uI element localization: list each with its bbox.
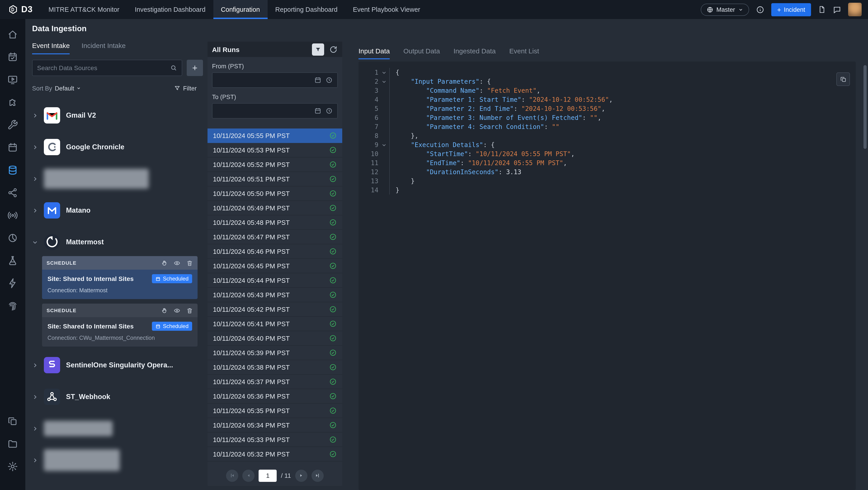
nav-mitre-attack-monitor[interactable]: MITRE ATT&CK Monitor <box>41 0 127 19</box>
add-data-source-button[interactable]: + <box>187 60 203 76</box>
run-row[interactable]: 10/11/2024 05:36 PM PST <box>208 389 342 404</box>
from-date-input[interactable] <box>212 73 338 88</box>
tab-output-data[interactable]: Output Data <box>403 47 440 59</box>
run-row[interactable]: 10/11/2024 05:48 PM PST <box>208 215 342 230</box>
source-row-blurred[interactable] <box>32 166 203 192</box>
run-row[interactable]: 10/11/2024 05:51 PM PST <box>208 172 342 186</box>
first-page-button[interactable] <box>226 469 239 482</box>
run-row[interactable]: 10/11/2024 05:35 PM PST <box>208 404 342 418</box>
data-ingestion-database-icon[interactable] <box>7 165 18 176</box>
run-row[interactable]: 10/11/2024 05:55 PM PST <box>208 128 342 143</box>
environment-selector[interactable]: Master <box>701 3 749 16</box>
d3-logo[interactable]: D3 <box>0 0 41 19</box>
run-row[interactable]: 10/11/2024 05:42 PM PST <box>208 302 342 317</box>
schedule-card-selected[interactable]: SCHEDULE Site: Shared to I <box>42 256 197 299</box>
tab-event-intake[interactable]: Event Intake <box>32 41 70 54</box>
search-data-sources-input[interactable] <box>37 64 170 71</box>
run-row[interactable]: 10/11/2024 05:39 PM PST <box>208 346 342 360</box>
run-row[interactable]: 10/11/2024 05:41 PM PST <box>208 317 342 331</box>
tab-input-data[interactable]: Input Data <box>359 47 390 59</box>
previous-page-button[interactable] <box>243 469 255 482</box>
calendar-icon[interactable] <box>314 107 321 114</box>
run-row[interactable]: 10/11/2024 05:32 PM PST <box>208 447 342 461</box>
chevron-right-icon[interactable] <box>32 207 38 213</box>
chevron-right-icon[interactable] <box>32 362 38 368</box>
copy-button[interactable] <box>836 73 850 86</box>
run-row[interactable]: 10/11/2024 05:44 PM PST <box>208 273 342 288</box>
utilities-wrench-icon[interactable] <box>7 119 18 130</box>
collapse-arrow-icon[interactable] <box>378 142 389 147</box>
chat-icon[interactable] <box>833 5 841 14</box>
calendar-icon[interactable] <box>314 77 321 84</box>
sort-by-dropdown[interactable]: Default <box>55 85 81 92</box>
runs-filter-button[interactable] <box>312 43 324 55</box>
source-row-matano[interactable]: Matano <box>32 197 203 224</box>
source-row-mattermost[interactable]: Mattermost <box>32 229 203 255</box>
vertical-scrollbar-track[interactable] <box>864 63 867 484</box>
schedule-calendar-icon[interactable] <box>7 142 18 153</box>
source-row-sentinelone[interactable]: SentinelOne Singularity Opera... <box>32 352 203 378</box>
last-page-button[interactable] <box>311 469 323 482</box>
file-manager-folder-icon[interactable] <box>7 438 18 449</box>
delete-trash-icon[interactable] <box>186 307 193 314</box>
chevron-right-icon[interactable] <box>32 112 38 118</box>
sources-filter-button[interactable]: Filter <box>174 85 197 92</box>
window-copy-icon[interactable] <box>7 416 18 427</box>
source-row-blurred[interactable] <box>32 415 203 441</box>
run-row[interactable]: 10/11/2024 05:37 PM PST <box>208 375 342 389</box>
run-row[interactable]: 10/11/2024 05:46 PM PST <box>208 244 342 259</box>
delete-trash-icon[interactable] <box>186 259 193 266</box>
chevron-right-icon[interactable] <box>32 426 38 431</box>
report-pie-icon[interactable] <box>7 233 18 243</box>
chevron-right-icon[interactable] <box>32 144 38 150</box>
source-row-st-webhook[interactable]: ST_Webhook <box>32 384 203 410</box>
source-row-blurred[interactable] <box>32 447 203 473</box>
run-row[interactable]: 10/11/2024 05:43 PM PST <box>208 288 342 302</box>
nav-reporting-dashboard[interactable]: Reporting Dashboard <box>268 0 345 19</box>
tab-incident-intake[interactable]: Incident Intake <box>82 41 126 54</box>
flask-icon[interactable] <box>7 255 18 266</box>
playbook-monitor-icon[interactable] <box>7 74 18 85</box>
page-number-input[interactable] <box>259 469 277 482</box>
run-row[interactable]: 10/11/2024 05:50 PM PST <box>208 186 342 201</box>
chevron-right-icon[interactable] <box>32 176 38 182</box>
tab-event-list[interactable]: Event List <box>509 47 539 59</box>
document-icon[interactable] <box>818 5 826 13</box>
fingerprint-icon[interactable] <box>7 300 18 311</box>
run-row[interactable]: 10/11/2024 05:52 PM PST <box>208 157 342 172</box>
run-row[interactable]: 10/11/2024 05:33 PM PST <box>208 433 342 447</box>
event-calendar-icon[interactable] <box>7 52 18 62</box>
tab-ingested-data[interactable]: Ingested Data <box>454 47 496 59</box>
run-row[interactable]: 10/11/2024 05:34 PM PST <box>208 418 342 433</box>
run-row[interactable]: 10/11/2024 05:47 PM PST <box>208 230 342 244</box>
next-page-button[interactable] <box>295 469 307 482</box>
view-eye-icon[interactable] <box>174 307 180 314</box>
link-analysis-network-icon[interactable] <box>7 187 18 198</box>
add-incident-button[interactable]: + Incident <box>771 3 811 16</box>
nav-configuration[interactable]: Configuration <box>213 0 268 19</box>
home-icon[interactable] <box>7 29 18 40</box>
refresh-button[interactable] <box>329 45 338 54</box>
collapse-arrow-icon[interactable] <box>378 79 389 84</box>
to-date-input[interactable] <box>212 103 338 119</box>
source-row-gmail[interactable]: Gmail V2 <box>32 102 203 128</box>
source-row-google-chronicle[interactable]: Google Chronicle <box>32 134 203 160</box>
info-icon[interactable] <box>756 5 765 14</box>
view-eye-icon[interactable] <box>174 259 180 266</box>
broadcast-signal-icon[interactable] <box>7 210 18 221</box>
chevron-right-icon[interactable] <box>32 457 38 463</box>
clock-icon[interactable] <box>326 107 333 114</box>
run-row[interactable]: 10/11/2024 05:49 PM PST <box>208 201 342 215</box>
run-row[interactable]: 10/11/2024 05:53 PM PST <box>208 143 342 157</box>
nav-investigation-dashboard[interactable]: Investigation Dashboard <box>127 0 213 19</box>
manual-run-hand-icon[interactable] <box>161 307 168 314</box>
run-row[interactable]: 10/11/2024 05:45 PM PST <box>208 259 342 273</box>
chevron-right-icon[interactable] <box>32 394 38 400</box>
chevron-down-icon[interactable] <box>32 239 38 245</box>
clock-icon[interactable] <box>326 77 333 84</box>
run-row[interactable]: 10/11/2024 05:40 PM PST <box>208 331 342 346</box>
run-row[interactable]: 10/11/2024 05:38 PM PST <box>208 360 342 375</box>
vertical-scrollbar-thumb[interactable] <box>864 65 867 149</box>
schedule-card[interactable]: SCHEDULE Site: Shared to I <box>42 304 197 347</box>
manual-run-hand-icon[interactable] <box>161 259 168 266</box>
